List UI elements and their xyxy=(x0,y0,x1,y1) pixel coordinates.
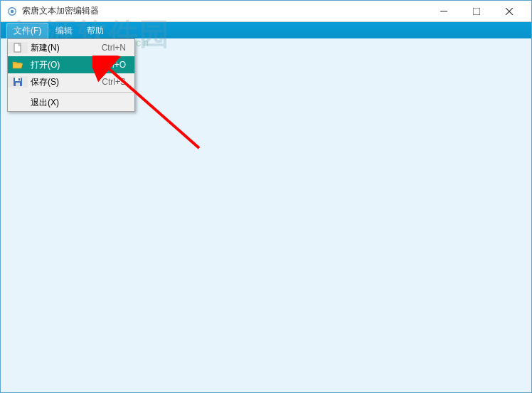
menu-item-exit[interactable]: 退出(X) xyxy=(8,94,134,111)
file-menu-dropdown: 新建(N) Ctrl+N 打开(O) Ctrl+O 保存(S) Ctrl+S 退… xyxy=(7,38,135,112)
menu-item-label: 保存(S) xyxy=(28,76,102,88)
maximize-button[interactable] xyxy=(460,1,493,22)
svg-rect-10 xyxy=(18,78,20,80)
minimize-button[interactable] xyxy=(427,1,460,22)
minimize-icon xyxy=(440,8,447,15)
window-controls xyxy=(427,1,526,22)
maximize-icon xyxy=(473,8,480,15)
new-file-icon xyxy=(8,42,28,53)
window-title: 索唐文本加密编辑器 xyxy=(22,5,427,17)
menubar: 文件(F) 编辑 帮助 xyxy=(1,22,531,39)
menu-item-shortcut: Ctrl+O xyxy=(101,60,134,70)
menu-item-shortcut: Ctrl+S xyxy=(102,77,134,87)
menu-item-save[interactable]: 保存(S) Ctrl+S xyxy=(8,73,134,90)
close-button[interactable] xyxy=(493,1,526,22)
application-window: 索唐文本加密编辑器 文件(F) 编辑 帮助 河源软件园 www.pc0359.c… xyxy=(0,0,532,393)
menu-item-open[interactable]: 打开(O) Ctrl+O xyxy=(8,56,134,73)
save-disk-icon xyxy=(8,76,28,88)
menu-edit[interactable]: 编辑 xyxy=(48,23,80,39)
menu-item-shortcut: Ctrl+N xyxy=(102,43,134,53)
svg-rect-3 xyxy=(473,8,480,15)
menu-file[interactable]: 文件(F) xyxy=(6,23,48,39)
svg-point-1 xyxy=(11,9,14,12)
app-icon xyxy=(6,6,18,17)
menu-item-label: 退出(X) xyxy=(28,97,134,109)
menu-help[interactable]: 帮助 xyxy=(80,23,111,39)
close-icon xyxy=(506,8,513,15)
menu-item-label: 新建(N) xyxy=(28,42,102,54)
svg-rect-9 xyxy=(16,83,20,86)
menu-separator xyxy=(29,92,133,93)
menu-item-label: 打开(O) xyxy=(28,59,101,71)
titlebar[interactable]: 索唐文本加密编辑器 xyxy=(1,1,531,22)
folder-open-icon xyxy=(8,59,28,70)
menu-item-new[interactable]: 新建(N) Ctrl+N xyxy=(8,39,134,56)
